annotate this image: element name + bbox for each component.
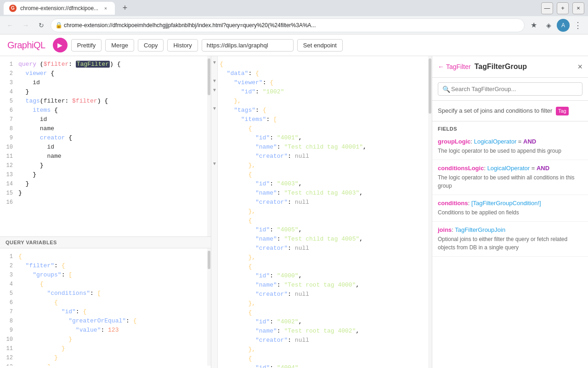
- res-line-1: {: [220, 60, 432, 69]
- res-line-33: {: [220, 354, 432, 363]
- res-line-25: "name": "Test root tag 4000",: [220, 281, 432, 290]
- query-line-4: 4 }: [0, 87, 211, 97]
- query-editor[interactable]: 1 query ($filter: TagFilter) { 2 viewer …: [0, 56, 211, 237]
- result-pane[interactable]: ▼ ▼ ▼ ▼ ▼ { "data": { "viewer": {: [211, 56, 432, 368]
- fold-triangle-1[interactable]: ▼: [212, 60, 217, 65]
- left-pane: 1 query ($filter: TagFilter) { 2 viewer …: [0, 56, 211, 368]
- minimize-button[interactable]: —: [541, 2, 553, 14]
- set-endpoint-button[interactable]: Set endpoint: [297, 39, 343, 52]
- var-line-3: 3 "groups": [: [0, 270, 211, 280]
- res-line-9: "id": "4001",: [220, 133, 432, 143]
- res-line-20: "name": "Test child tag 4005",: [220, 235, 432, 244]
- chrome-titlebar: G chrome-extension://dfmckipoe... × + — …: [0, 0, 588, 16]
- res-line-3: "viewer": {: [220, 78, 432, 87]
- prettify-button[interactable]: Prettify: [71, 39, 102, 52]
- docs-pane: ← TagFilter TagFilterGroup × 🔍 Specify a…: [432, 56, 588, 368]
- address-bar-wrap: 🔒 chrome-extension://dfmckipoeimhdelhchg…: [51, 18, 525, 32]
- merge-button[interactable]: Merge: [105, 39, 134, 52]
- res-line-18: {: [220, 216, 432, 225]
- docs-field-conditionslogic-desc: The logic operator to be used within all…: [438, 173, 582, 190]
- var-line-11: 11 }: [0, 344, 211, 353]
- back-chevron-icon: ←: [438, 63, 444, 70]
- res-line-23: {: [220, 262, 432, 271]
- extension-icon-1[interactable]: ◈: [542, 19, 555, 32]
- tab-favicon: G: [9, 5, 17, 12]
- query-line-6: 6 items {: [0, 106, 211, 115]
- copy-button[interactable]: Copy: [138, 39, 164, 52]
- var-line-7: 7 "id": {: [0, 307, 211, 316]
- docs-fields-header: FIELDS: [432, 121, 588, 133]
- res-line-32: },: [220, 345, 432, 354]
- profile-button[interactable]: A: [557, 19, 570, 32]
- vars-scrollbar: [207, 248, 211, 366]
- history-button[interactable]: History: [167, 39, 198, 52]
- res-line-13: {: [220, 170, 432, 179]
- vars-scroll-thumb: [208, 251, 210, 269]
- query-line-1: 1 query ($filter: TagFilter) {: [0, 60, 211, 69]
- new-tab-button[interactable]: +: [119, 2, 131, 15]
- fold-triangle-2[interactable]: ▼: [212, 78, 217, 83]
- var-line-13: 13 ]: [0, 362, 211, 366]
- docs-back-button[interactable]: ← TagFilter: [438, 63, 471, 70]
- docs-title: TagFilterGroup: [475, 63, 574, 71]
- endpoint-input[interactable]: [202, 39, 294, 52]
- query-line-2: 2 viewer {: [0, 69, 211, 78]
- res-line-4: "id": "1002": [220, 87, 432, 97]
- docs-field-joins-name: joins: TagFilterGroupJoin: [438, 226, 582, 233]
- docs-description-text: Specify a set of joins and conditions to…: [438, 107, 552, 114]
- var-line-5: 5 "conditions": [: [0, 289, 211, 298]
- graphiql-logo: GraphiQL: [7, 40, 45, 51]
- query-line-5: 5 tags(filter: $filter) {: [0, 97, 211, 106]
- active-tab[interactable]: G chrome-extension://dfmckipoe... ×: [4, 2, 115, 15]
- graphiql-main: 1 query ($filter: TagFilter) { 2 viewer …: [0, 56, 588, 368]
- bookmark-button[interactable]: ★: [527, 19, 540, 32]
- var-line-1: 1 {: [0, 252, 211, 261]
- result-scroll-thumb: [429, 58, 431, 114]
- security-icon: 🔒: [55, 22, 62, 29]
- res-line-19: "id": "4005",: [220, 225, 432, 235]
- maximize-button[interactable]: +: [557, 2, 569, 14]
- close-button[interactable]: ×: [572, 2, 584, 14]
- docs-search-input[interactable]: [438, 82, 582, 96]
- res-line-11: "creator": null: [220, 152, 432, 161]
- url-display[interactable]: chrome-extension://dfmckipoeimhdelhchgjj…: [51, 18, 525, 32]
- docs-field-grouplogic-name: groupLogic: LogicalOperator = AND: [438, 138, 582, 145]
- graphiql-toolbar: GraphiQL ▶ Prettify Merge Copy History S…: [0, 34, 588, 56]
- fold-triangle-5[interactable]: ▼: [212, 161, 217, 166]
- res-line-31: "creator": null: [220, 336, 432, 345]
- variables-code-editor[interactable]: 1 { 2 "filter": { 3 "groups": [ 4 {: [0, 248, 211, 366]
- tab-close-button[interactable]: ×: [102, 5, 109, 12]
- docs-field-conditionslogic: conditionsLogic: LogicalOperator = AND T…: [432, 160, 588, 195]
- docs-field-conditions-name: conditions: [TagFilterGroupCondition!]: [438, 200, 582, 207]
- query-code-editor[interactable]: 1 query ($filter: TagFilter) { 2 viewer …: [0, 56, 211, 236]
- query-line-13: 13 }: [0, 170, 211, 179]
- query-editor-scrollbar: [207, 56, 211, 236]
- res-line-29: "id": "4002",: [220, 317, 432, 327]
- var-line-8: 8 "greaterOrEqual": {: [0, 316, 211, 326]
- browser-actions: ★ ◈ A ⋮: [527, 19, 584, 32]
- query-line-9: 9 creator {: [0, 133, 211, 143]
- fold-triangle-3[interactable]: ▼: [212, 87, 217, 92]
- res-line-16: "creator": null: [220, 198, 432, 207]
- forward-button[interactable]: →: [19, 19, 32, 32]
- query-line-14: 14 }: [0, 179, 211, 189]
- more-button[interactable]: ⋮: [571, 19, 584, 32]
- query-line-12: 12 }: [0, 161, 211, 170]
- docs-close-button[interactable]: ×: [577, 62, 582, 72]
- docs-description: Specify a set of joins and conditions to…: [432, 101, 588, 121]
- query-line-8: 8 name: [0, 124, 211, 133]
- res-line-28: {: [220, 308, 432, 317]
- docs-back-label[interactable]: TagFilter: [446, 63, 471, 70]
- graphiql-app: GraphiQL ▶ Prettify Merge Copy History S…: [0, 34, 588, 368]
- search-icon: 🔍: [442, 86, 450, 93]
- res-line-22: },: [220, 253, 432, 262]
- run-button[interactable]: ▶: [53, 38, 68, 52]
- back-button[interactable]: ←: [4, 19, 17, 32]
- res-line-6: "tags": {: [220, 106, 432, 115]
- reload-button[interactable]: ↻: [35, 19, 48, 32]
- result-fold-gutter: ▼ ▼ ▼ ▼ ▼: [211, 56, 218, 368]
- fold-triangle-4[interactable]: ▼: [212, 106, 217, 111]
- docs-field-conditionslogic-name: conditionsLogic: LogicalOperator = AND: [438, 165, 582, 172]
- result-code-editor[interactable]: { "data": { "viewer": { "id": "1002" },: [211, 56, 432, 368]
- docs-field-grouplogic: groupLogic: LogicalOperator = AND The lo…: [432, 133, 588, 160]
